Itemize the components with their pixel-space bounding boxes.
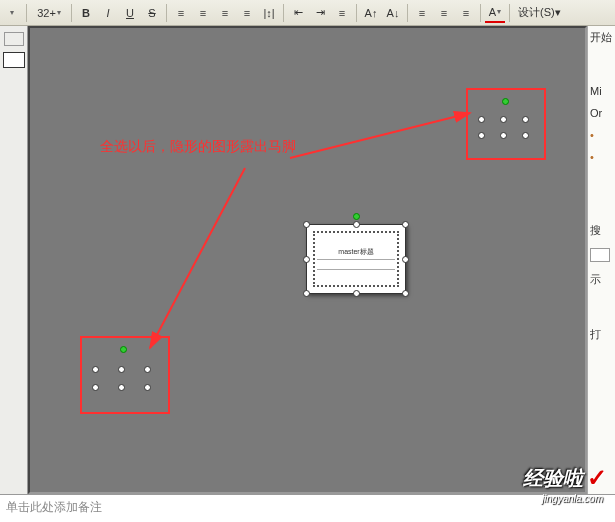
font-decrease-button[interactable]: A↓ bbox=[383, 3, 403, 23]
toolbar: ▾ 32+▾ B I U S ≡ ≡ ≡ ≡ |↕| ⇤ ⇥ ≡ A↑ A↓ ≡… bbox=[0, 0, 615, 26]
selection-handle-icon[interactable] bbox=[303, 256, 310, 263]
svg-line-0 bbox=[290, 113, 470, 158]
main-area: 全选以后，隐形的图形露出马脚 bbox=[0, 26, 615, 494]
rp-demo-label: 示 bbox=[590, 272, 613, 287]
tool-button-3[interactable]: ≡ bbox=[456, 3, 476, 23]
bullet-icon: • bbox=[590, 129, 613, 141]
indent-increase-button[interactable]: ⇥ bbox=[310, 3, 330, 23]
selection-handle-icon[interactable] bbox=[118, 384, 125, 391]
selection-handle-icon[interactable] bbox=[303, 221, 310, 228]
checkmark-icon: ✓ bbox=[587, 464, 607, 492]
selected-shape-2[interactable] bbox=[92, 348, 156, 396]
line-spacing-button[interactable]: |↕| bbox=[259, 3, 279, 23]
selection-handle-icon[interactable] bbox=[402, 221, 409, 228]
selection-handle-icon[interactable] bbox=[353, 290, 360, 297]
rotate-handle-icon[interactable] bbox=[353, 213, 360, 220]
strike-button[interactable]: S bbox=[142, 3, 162, 23]
selection-handle-icon[interactable] bbox=[92, 384, 99, 391]
font-dropdown[interactable]: ▾ bbox=[2, 3, 22, 23]
tool-button-2[interactable]: ≡ bbox=[434, 3, 454, 23]
selection-handle-icon[interactable] bbox=[118, 366, 125, 373]
rp-search-label: 搜 bbox=[590, 223, 613, 238]
align-left-button[interactable]: ≡ bbox=[171, 3, 191, 23]
italic-button[interactable]: I bbox=[98, 3, 118, 23]
divider bbox=[317, 269, 395, 270]
watermark-text: 经验啦 bbox=[523, 465, 583, 492]
bullet-icon: • bbox=[590, 151, 613, 163]
selection-handle-icon[interactable] bbox=[522, 132, 529, 139]
selection-handle-icon[interactable] bbox=[522, 116, 529, 123]
font-color-button[interactable]: A▾ bbox=[485, 3, 505, 23]
align-center-button[interactable]: ≡ bbox=[193, 3, 213, 23]
task-pane-start[interactable]: 开始 bbox=[590, 30, 613, 45]
bold-button[interactable]: B bbox=[76, 3, 96, 23]
selection-handle-icon[interactable] bbox=[500, 132, 507, 139]
align-justify-button[interactable]: ≡ bbox=[237, 3, 257, 23]
fontsize-dropdown[interactable]: 32+▾ bbox=[31, 3, 67, 23]
selection-handle-icon[interactable] bbox=[500, 116, 507, 123]
rp-mi-label: Mi bbox=[590, 85, 613, 97]
selection-handle-icon[interactable] bbox=[478, 132, 485, 139]
notes-placeholder: 单击此处添加备注 bbox=[6, 500, 102, 514]
align-right-button[interactable]: ≡ bbox=[215, 3, 235, 23]
rp-or-label: Or bbox=[590, 107, 613, 119]
rotate-handle-icon[interactable] bbox=[502, 98, 509, 105]
outline-tab[interactable] bbox=[4, 32, 24, 46]
tool-button-1[interactable]: ≡ bbox=[412, 3, 432, 23]
underline-button[interactable]: U bbox=[120, 3, 140, 23]
divider bbox=[317, 259, 395, 260]
selection-handle-icon[interactable] bbox=[144, 384, 151, 391]
selected-content-box[interactable]: master标题 bbox=[306, 224, 406, 294]
search-input[interactable] bbox=[590, 248, 610, 262]
selection-handle-icon[interactable] bbox=[92, 366, 99, 373]
center-box-label: master标题 bbox=[307, 247, 405, 257]
selected-shape-1[interactable] bbox=[478, 100, 534, 144]
selection-handle-icon[interactable] bbox=[402, 256, 409, 263]
task-pane: 开始 Mi Or • • 搜 示 打 bbox=[587, 26, 615, 494]
annotation-text: 全选以后，隐形的图形露出马脚 bbox=[100, 138, 296, 156]
selection-handle-icon[interactable] bbox=[402, 290, 409, 297]
selection-handle-icon[interactable] bbox=[303, 290, 310, 297]
slide-thumbnail-1[interactable] bbox=[3, 52, 25, 68]
slide-editor[interactable]: 全选以后，隐形的图形露出马脚 bbox=[28, 26, 587, 494]
numbered-list-button[interactable]: ≡ bbox=[332, 3, 352, 23]
indent-decrease-button[interactable]: ⇤ bbox=[288, 3, 308, 23]
slides-panel bbox=[0, 26, 28, 494]
selection-handle-icon[interactable] bbox=[144, 366, 151, 373]
design-button[interactable]: 设计(S)▾ bbox=[514, 3, 565, 23]
rp-open-label[interactable]: 打 bbox=[590, 327, 613, 342]
selection-handle-icon[interactable] bbox=[478, 116, 485, 123]
svg-line-1 bbox=[150, 168, 245, 348]
watermark-url: jingyanla.com bbox=[542, 493, 603, 504]
selection-handle-icon[interactable] bbox=[353, 221, 360, 228]
watermark: 经验啦 ✓ bbox=[523, 464, 607, 492]
font-increase-button[interactable]: A↑ bbox=[361, 3, 381, 23]
notes-pane[interactable]: 单击此处添加备注 bbox=[0, 494, 615, 522]
rotate-handle-icon[interactable] bbox=[120, 346, 127, 353]
